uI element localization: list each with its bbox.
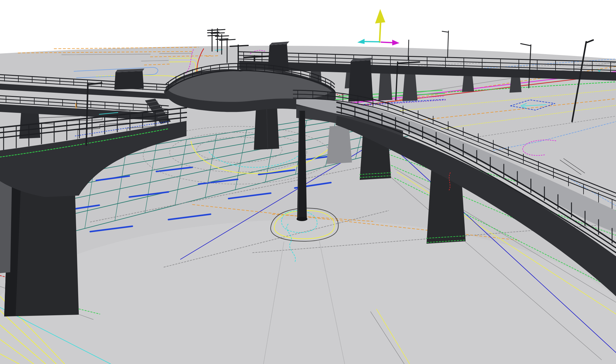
elevator-box	[114, 71, 144, 90]
pier	[510, 75, 522, 93]
elevator-tower	[268, 44, 289, 72]
tower-body	[348, 60, 373, 102]
background-pier-sliver	[0, 175, 12, 273]
cad-3d-viewport[interactable]	[0, 0, 616, 364]
x-axis-arrow	[363, 42, 380, 42]
y-axis-arrow	[381, 42, 394, 43]
pier	[402, 72, 417, 101]
cad-line	[159, 53, 192, 54]
pier	[462, 74, 474, 92]
pole-base	[297, 217, 307, 221]
pier	[378, 71, 392, 100]
orange-tick	[76, 103, 76, 108]
ramp-pier-light	[327, 125, 352, 164]
